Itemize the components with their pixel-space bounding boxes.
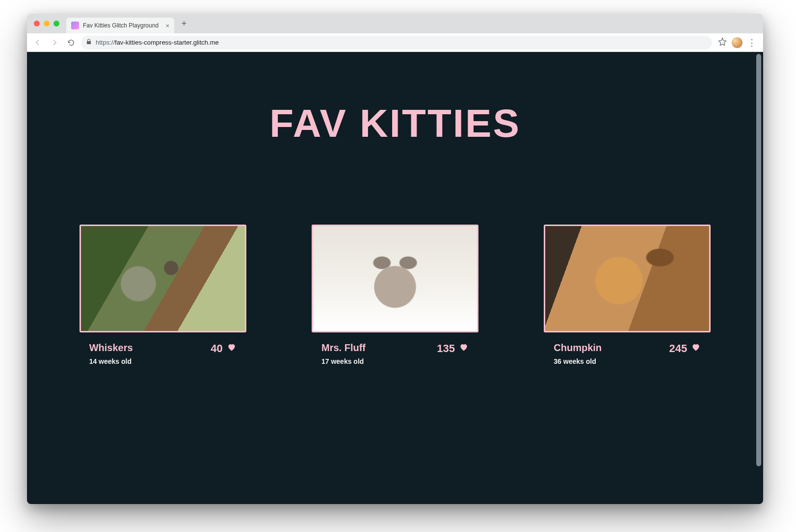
cat-likes[interactable]: 40 [211, 342, 236, 355]
browser-tab[interactable]: Fav Kitties Glitch Playground × [66, 18, 174, 33]
cat-card: Whiskers 14 weeks old 40 [80, 225, 246, 365]
page-viewport: FAV KITTIES Whiskers 14 weeks old 40 [27, 52, 763, 504]
url-protocol: https:// [96, 39, 115, 46]
cat-age: 36 weeks old [554, 357, 602, 365]
window-minimize-button[interactable] [44, 21, 50, 26]
likes-count: 40 [211, 342, 222, 355]
tab-title: Fav Kitties Glitch Playground [83, 22, 161, 29]
browser-toolbar: https://fav-kitties-compress-starter.gli… [27, 33, 763, 52]
url-text: https://fav-kitties-compress-starter.gli… [96, 39, 219, 46]
tab-close-button[interactable]: × [165, 23, 169, 29]
cat-name: Mrs. Fluff [321, 342, 366, 354]
toolbar-right: ⋮ [715, 37, 759, 48]
favicon-icon [71, 22, 79, 29]
heart-icon [691, 342, 701, 355]
browser-window: Fav Kitties Glitch Playground × + https:… [27, 14, 763, 504]
page-content: FAV KITTIES Whiskers 14 weeks old 40 [27, 52, 763, 385]
cat-cards: Whiskers 14 weeks old 40 [47, 225, 743, 365]
address-bar[interactable]: https://fav-kitties-compress-starter.gli… [81, 36, 712, 50]
cat-card-footer: Whiskers 14 weeks old 40 [80, 342, 246, 365]
cat-meta: Whiskers 14 weeks old [89, 342, 133, 365]
window-controls [34, 21, 59, 26]
cat-card-footer: Chumpkin 36 weeks old 245 [544, 342, 711, 365]
lock-icon [86, 38, 92, 47]
page-title: FAV KITTIES [47, 101, 743, 146]
heart-icon [227, 342, 237, 355]
window-maximize-button[interactable] [53, 21, 59, 26]
cat-image [544, 225, 711, 332]
bookmark-star-icon[interactable] [718, 37, 727, 48]
new-tab-button[interactable]: + [177, 17, 191, 30]
likes-count: 245 [669, 342, 688, 355]
cat-meta: Mrs. Fluff 17 weeks old [321, 342, 366, 365]
cat-likes[interactable]: 245 [669, 342, 701, 355]
cat-likes[interactable]: 135 [437, 342, 469, 355]
profile-avatar[interactable] [732, 37, 743, 48]
window-close-button[interactable] [34, 21, 40, 26]
back-button[interactable] [31, 36, 45, 50]
cat-age: 17 weeks old [321, 357, 366, 365]
reload-button[interactable] [64, 36, 78, 50]
cat-name: Whiskers [89, 342, 133, 354]
url-host: fav-kitties-compress-starter.glitch.me [115, 39, 219, 46]
arrow-left-icon [34, 39, 42, 47]
menu-button[interactable]: ⋮ [747, 38, 756, 47]
cat-image [80, 225, 246, 332]
cat-name: Chumpkin [554, 342, 602, 354]
cat-card: Chumpkin 36 weeks old 245 [544, 225, 711, 365]
cat-card-footer: Mrs. Fluff 17 weeks old 135 [312, 342, 478, 365]
heart-icon [459, 342, 469, 355]
cat-age: 14 weeks old [89, 357, 133, 365]
likes-count: 135 [437, 342, 455, 355]
tab-strip: Fav Kitties Glitch Playground × + [27, 14, 763, 33]
arrow-right-icon [51, 39, 58, 47]
scrollbar-thumb[interactable] [756, 54, 761, 466]
reload-icon [67, 39, 75, 47]
forward-button[interactable] [48, 36, 61, 50]
cat-meta: Chumpkin 36 weeks old [554, 342, 602, 365]
scrollbar-track[interactable] [755, 54, 762, 502]
cat-image [312, 225, 478, 332]
cat-card: Mrs. Fluff 17 weeks old 135 [312, 225, 478, 365]
